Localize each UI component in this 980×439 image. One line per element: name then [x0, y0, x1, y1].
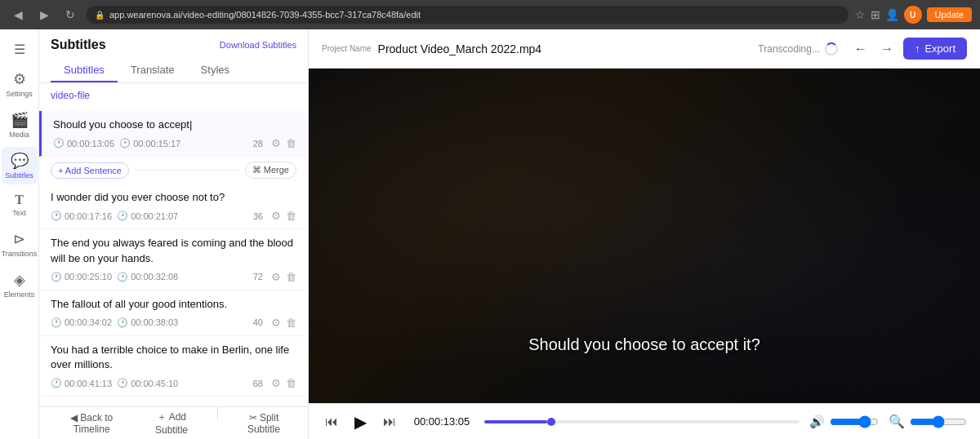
video-player: Should you choose to accept it?: [309, 69, 980, 403]
subtitle-item[interactable]: You had a terrible choice to make in Ber…: [39, 336, 308, 397]
settings-action-button[interactable]: ⚙: [271, 271, 281, 283]
back-nav-button[interactable]: ◀: [8, 5, 28, 24]
add-subtitle-button[interactable]: ＋ Add Subtitle: [136, 407, 207, 439]
panel-header-top: Subtitles Download Subtitles: [51, 38, 296, 52]
delete-action-button[interactable]: 🗑: [286, 317, 296, 329]
hamburger-icon: ☰: [14, 42, 25, 57]
user-avatar: U: [904, 6, 922, 24]
merge-button[interactable]: ⌘ Merge: [245, 162, 296, 179]
subtitle-item[interactable]: I wonder did you ever choose not to? 🕐 0…: [39, 184, 308, 229]
subtitle-item[interactable]: The fallout of all your good intentions.…: [39, 290, 308, 336]
sidebar-item-transitions[interactable]: ⊳ Transitions: [2, 225, 38, 263]
zoom-slider[interactable]: [910, 415, 967, 428]
export-button[interactable]: ↑ Export: [903, 38, 967, 60]
char-count: 36: [253, 211, 263, 221]
play-button[interactable]: ▶: [351, 409, 370, 435]
settings-action-button[interactable]: ⚙: [271, 137, 281, 149]
media-icon: 🎬: [11, 111, 29, 129]
browser-bar: ◀ ▶ ↻ 🔒 app.wearenova.ai/video-editing/0…: [0, 0, 980, 29]
time-start: 🕐 00:00:25:10: [51, 272, 112, 282]
meta-actions: ⚙ 🗑: [271, 137, 296, 149]
time-end: 🕑 00:00:38:03: [117, 317, 178, 328]
video-area: Should you choose to accept it?: [309, 69, 980, 403]
subtitle-text: I wonder did you ever choose not to?: [51, 190, 296, 205]
update-button[interactable]: Update: [927, 7, 972, 22]
transcoding-label: Transcoding...: [758, 43, 820, 55]
sidebar-item-elements[interactable]: ◈ Elements: [2, 266, 38, 304]
transcoding-status: Transcoding...: [758, 42, 838, 55]
clock-end-icon: 🕑: [117, 317, 128, 328]
clock-end-icon: 🕑: [117, 272, 128, 282]
clock-icon: 🕐: [53, 138, 65, 149]
fast-forward-button[interactable]: ⏭: [380, 411, 399, 432]
subtitle-meta: 🕐 00:00:25:10 🕑 00:00:32:08 72 ⚙ 🗑: [51, 271, 296, 283]
settings-action-button[interactable]: ⚙: [271, 210, 281, 222]
transcoding-spinner: [825, 42, 838, 55]
clock-end-icon: 🕑: [119, 138, 131, 149]
subtitle-text: Should you choose to accept|: [53, 118, 296, 132]
sidebar-item-subtitles[interactable]: 💬 Subtitles: [2, 147, 38, 184]
download-subtitles-button[interactable]: Download Subtitles: [220, 40, 296, 50]
meta-actions: ⚙ 🗑: [271, 317, 296, 329]
delete-action-button[interactable]: 🗑: [286, 210, 296, 222]
redo-button[interactable]: →: [877, 38, 897, 60]
delete-action-button[interactable]: 🗑: [286, 377, 296, 389]
url-bar[interactable]: 🔒 app.wearenova.ai/video-editing/0801482…: [87, 6, 849, 24]
clock-icon: 🕐: [51, 272, 62, 282]
clock-end-icon: 🕑: [117, 378, 128, 388]
bookmark-icon[interactable]: ⊞: [871, 8, 880, 21]
subtitle-meta: 🕐 00:00:17:16 🕑 00:00:21:07 36 ⚙ 🗑: [51, 210, 296, 222]
video-file-label[interactable]: video-file: [39, 83, 308, 108]
subtitle-meta: 🕐 00:00:34:02 🕑 00:00:38:03 40 ⚙ 🗑: [51, 317, 296, 329]
subtitle-item[interactable]: Should you choose to accept| 🕐 00:00:13:…: [39, 111, 308, 157]
subtitle-item[interactable]: The end you always feared is coming and …: [39, 229, 308, 290]
clock-icon: 🕐: [51, 211, 62, 221]
profile-icon[interactable]: 👤: [885, 8, 899, 21]
char-count: 72: [253, 272, 263, 282]
panel-bottom: ◀ Back to Timeline ＋ Add Subtitle ✂ Spli…: [39, 406, 308, 439]
tab-styles[interactable]: Styles: [188, 59, 243, 82]
progress-thumb[interactable]: [547, 418, 555, 426]
sidebar-item-settings[interactable]: ⚙ Settings: [2, 65, 38, 103]
back-to-timeline-button[interactable]: ◀ Back to Timeline: [47, 409, 136, 438]
delete-action-button[interactable]: 🗑: [286, 137, 296, 149]
add-sentence-button[interactable]: + Add Sentence: [51, 162, 129, 179]
lock-icon: 🔒: [95, 11, 105, 20]
subtitle-text: You had a terrible choice to make in Ber…: [51, 343, 296, 372]
time-end: 🕑 00:00:21:07: [117, 211, 178, 221]
undo-button[interactable]: ←: [851, 38, 871, 60]
volume-icon: 🔊: [809, 415, 825, 429]
split-subtitle-button[interactable]: ✂ Split Subtitle: [228, 407, 300, 439]
panel-tabs: Subtitles Translate Styles: [51, 59, 296, 82]
sidebar-item-text[interactable]: T Text: [2, 188, 38, 222]
hamburger-button[interactable]: ☰: [2, 36, 38, 62]
bottom-divider: [217, 407, 218, 420]
time-start: 🕐 00:00:41:13: [51, 378, 112, 388]
settings-action-button[interactable]: ⚙: [271, 317, 281, 329]
transitions-icon: ⊳: [13, 230, 25, 248]
panel-header: Subtitles Download Subtitles Subtitles T…: [39, 29, 308, 83]
reload-button[interactable]: ↻: [60, 5, 80, 24]
app-header: Project Name Product Video_March 2022.mp…: [309, 29, 980, 69]
panel-bottom-left: ◀ Back to Timeline: [47, 409, 136, 438]
panel-title: Subtitles: [51, 38, 106, 52]
forward-nav-button[interactable]: ▶: [34, 5, 54, 24]
video-controls: ⏮ ▶ ⏭ 00:00:13:05 🔊 🔍: [309, 403, 980, 439]
url-text: app.wearenova.ai/video-editing/08014826-…: [109, 10, 421, 20]
tab-translate[interactable]: Translate: [118, 59, 188, 82]
project-label: Project Name: [322, 44, 372, 53]
progress-bar[interactable]: [484, 420, 800, 423]
subtitles-icon: 💬: [11, 152, 29, 170]
time-end: 🕑 00:00:15:17: [119, 138, 180, 149]
tab-subtitles[interactable]: Subtitles: [51, 59, 118, 82]
volume-slider[interactable]: [830, 415, 879, 428]
delete-action-button[interactable]: 🗑: [286, 271, 296, 283]
text-icon: T: [15, 193, 24, 207]
panel-sidebar: Subtitles Download Subtitles Subtitles T…: [39, 29, 309, 439]
zoom-out-icon[interactable]: 🔍: [889, 414, 905, 429]
star-icon[interactable]: ☆: [855, 8, 866, 21]
sidebar-item-media[interactable]: 🎬 Media: [2, 106, 38, 144]
rewind-button[interactable]: ⏮: [322, 411, 341, 432]
settings-action-button[interactable]: ⚙: [271, 377, 281, 389]
header-actions: ← → ↑ Export: [851, 38, 967, 60]
